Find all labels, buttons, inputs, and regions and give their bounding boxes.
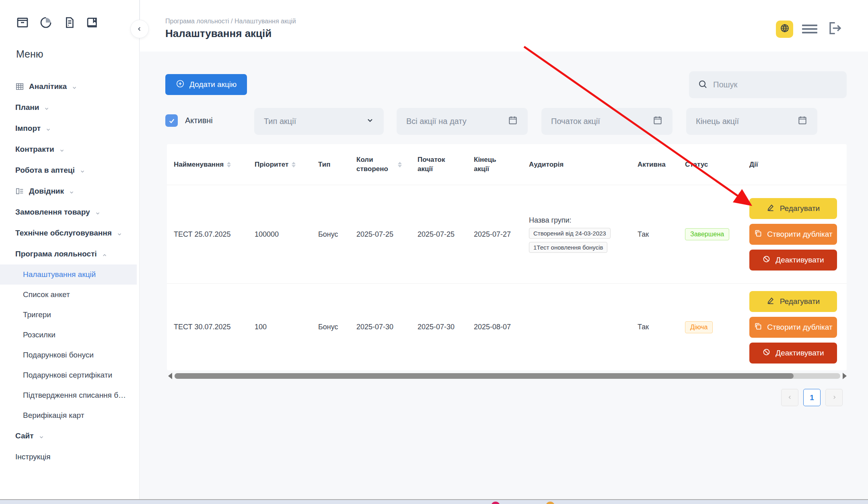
scroll-right-arrow-icon[interactable] (843, 373, 847, 379)
sidebar-item-label: Довідник (29, 187, 64, 196)
chevron-down-icon (69, 188, 74, 194)
cell-active: Так (638, 185, 682, 283)
cell-actions: Редагувати Створити дублікат Деактивуват… (749, 185, 840, 283)
sidebar-item-directory[interactable]: Довідник (0, 181, 139, 202)
breadcrumb[interactable]: Програма лояльності / Налаштування акцій (165, 18, 296, 25)
add-promo-button[interactable]: Додати акцію (165, 74, 247, 95)
sidebar-item-instruction[interactable]: Інструкція (0, 446, 139, 467)
sidebar-item-loyalty-program[interactable]: Програма лояльності (0, 244, 139, 264)
sidebar-subitem-gift-certificates[interactable]: Подарункові сертифікати (0, 365, 137, 385)
document-icon[interactable] (63, 16, 76, 31)
column-header-label: Початок акції (418, 155, 450, 174)
scrollbar-thumb[interactable] (175, 373, 794, 379)
taskbar-dot-icon (491, 502, 500, 504)
pie-chart-icon[interactable] (39, 16, 52, 31)
search-icon (698, 79, 708, 91)
language-button[interactable] (776, 21, 793, 38)
column-header-end: Кінець акції (474, 144, 526, 185)
column-header-label: Дії (749, 160, 758, 169)
edit-button[interactable]: Редагувати (749, 198, 837, 219)
sidebar-subitem-triggers[interactable]: Тригери (0, 305, 137, 325)
cell-active: Так (638, 284, 682, 370)
column-header-name[interactable]: Найменування (174, 144, 250, 185)
column-header-created[interactable]: Коли створено (356, 144, 411, 185)
date-filter-start-placeholder: Початок акції (551, 117, 600, 126)
pencil-icon (767, 296, 775, 307)
chevron-down-icon (80, 167, 85, 173)
cell-created: 2025-07-25 (356, 185, 415, 283)
column-header-priority[interactable]: Пріоритет (255, 144, 315, 185)
sidebar-subitem-questionnaires[interactable]: Список анкет (0, 285, 137, 305)
duplicate-button[interactable]: Створити дублікат (749, 317, 837, 338)
sort-icon[interactable] (227, 162, 231, 167)
date-filter-all-placeholder: Всі акції на дату (406, 117, 467, 126)
search-input[interactable] (713, 80, 838, 89)
scroll-left-arrow-icon[interactable] (168, 373, 172, 379)
duplicate-button[interactable]: Створити дублікат (749, 224, 837, 245)
taskbar-dot-icon (546, 502, 555, 504)
sidebar-item-label: Інструкція (15, 452, 51, 461)
chevron-down-icon (366, 116, 374, 126)
column-header-active: Активна (638, 144, 682, 185)
sidebar-item-import[interactable]: Імпорт (0, 118, 139, 139)
sidebar-subitem-promo-settings[interactable]: Налаштування акцій (0, 264, 137, 285)
sort-icon[interactable] (398, 162, 402, 167)
deactivate-button[interactable]: Деактивувати (749, 343, 837, 364)
chevron-right-icon (831, 393, 837, 402)
sidebar-item-site[interactable]: Сайт (0, 426, 139, 446)
add-promo-label: Додати акцію (189, 80, 237, 89)
status-badge: Діюча (685, 321, 713, 333)
column-header-status: Статус (685, 144, 747, 185)
sidebar-item-maintenance[interactable]: Технічне обслуговування (0, 223, 139, 244)
sidebar-subitem-bonus-writeoff-confirm[interactable]: Підтвердження списання бону... (0, 385, 137, 405)
table-header-row: Найменування Пріоритет Тип Коли створено… (167, 144, 847, 185)
copy-icon (754, 322, 762, 333)
grid-icon (15, 82, 24, 91)
archive-icon[interactable] (16, 16, 29, 31)
deactivate-button[interactable]: Деактивувати (749, 250, 837, 271)
sidebar-item-plans[interactable]: Плани (0, 97, 139, 118)
sidebar-subitem-mailings[interactable]: Розсилки (0, 325, 137, 345)
column-header-audience: Аудиторія (529, 144, 634, 185)
pagination-page-1[interactable]: 1 (803, 389, 821, 406)
sidebar-subitem-card-verification[interactable]: Верифікація карт (0, 405, 137, 426)
chevron-down-icon (95, 209, 101, 215)
chevron-down-icon (72, 84, 77, 89)
checkbox-checked-icon (165, 114, 178, 127)
topbar-actions (776, 20, 842, 38)
edit-button[interactable]: Редагувати (749, 291, 837, 312)
active-filter-checkbox[interactable]: Активні (165, 114, 213, 127)
sidebar-item-contracts[interactable]: Контракти (0, 139, 139, 160)
pagination-next-button[interactable] (825, 389, 843, 406)
cell-priority: 100 (255, 284, 315, 370)
sidebar-collapse-button[interactable] (130, 20, 149, 38)
plus-circle-icon (176, 79, 185, 90)
chevron-up-icon (102, 251, 107, 257)
sidebar-item-pharmacy-work[interactable]: Робота в аптеці (0, 160, 139, 181)
chevron-down-icon (44, 105, 49, 110)
sidebar-subitem-gift-bonuses[interactable]: Подарункові бонуси (0, 345, 137, 365)
cell-name: ТЕСТ 25.07.2025 (174, 185, 250, 283)
horizontal-scrollbar (168, 372, 847, 380)
pagination-prev-button[interactable] (781, 389, 798, 406)
table-row: ТЕСТ 25.07.2025 100000 Бонус 2025-07-25 … (167, 185, 847, 284)
scrollbar-track[interactable] (175, 373, 840, 379)
date-filter-all[interactable]: Всі акції на дату (397, 108, 528, 135)
table-row: ТЕСТ 30.07.2025 100 Бонус 2025-07-30 202… (167, 284, 847, 370)
duplicate-button-label: Створити дублікат (767, 230, 832, 239)
sort-icon[interactable] (292, 162, 296, 167)
page-title: Налаштування акцій (165, 27, 272, 40)
sidebar-item-analytics[interactable]: Аналітика (0, 76, 139, 97)
book-icon[interactable] (86, 16, 99, 31)
promo-type-select[interactable]: Тип акції (254, 108, 384, 135)
date-filter-start[interactable]: Початок акції (541, 108, 673, 135)
menu-toggle-icon[interactable] (802, 24, 817, 34)
calendar-icon (652, 115, 663, 128)
logout-icon[interactable] (826, 20, 842, 38)
bottom-taskbar-edge (0, 499, 868, 504)
sidebar-item-goods-order[interactable]: Замовлення товару (0, 202, 139, 223)
date-filter-end[interactable]: Кінець акції (686, 108, 817, 135)
pagination: 1 (781, 389, 843, 406)
cell-name: ТЕСТ 30.07.2025 (174, 284, 250, 370)
chevron-down-icon (45, 126, 51, 131)
